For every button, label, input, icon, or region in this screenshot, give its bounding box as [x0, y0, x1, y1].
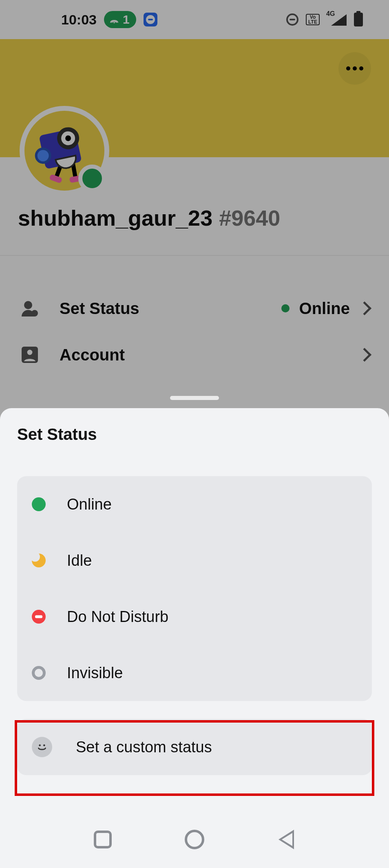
svg-point-6	[39, 744, 41, 746]
status-option-dnd[interactable]: Do Not Disturb	[17, 589, 372, 645]
status-option-label: Online	[67, 496, 112, 513]
status-option-label: Idle	[67, 552, 92, 569]
svg-point-5	[35, 741, 48, 753]
online-icon	[32, 497, 46, 511]
status-option-invisible[interactable]: Invisible	[17, 645, 372, 701]
svg-point-7	[43, 744, 45, 746]
set-status-sheet: Set Status Online Idle Do Not Disturb In…	[0, 408, 389, 868]
nav-back-button[interactable]	[275, 828, 298, 851]
nav-home-button[interactable]	[183, 828, 206, 851]
status-option-label: Do Not Disturb	[67, 608, 168, 626]
circle-icon	[185, 830, 204, 849]
idle-icon	[32, 554, 46, 567]
status-option-online[interactable]: Online	[17, 476, 372, 532]
custom-status-label: Set a custom status	[76, 738, 212, 756]
status-option-idle[interactable]: Idle	[17, 532, 372, 589]
square-icon	[94, 831, 112, 848]
dnd-icon	[32, 610, 46, 624]
invisible-icon	[32, 666, 46, 680]
sheet-title: Set Status	[0, 408, 389, 458]
custom-status-card: Set a custom status	[17, 719, 372, 775]
sheet-drag-handle[interactable]	[170, 396, 219, 400]
smiley-icon	[32, 737, 52, 757]
triangle-back-icon	[278, 830, 294, 849]
status-options-group: Online Idle Do Not Disturb Invisible	[17, 476, 372, 701]
nav-recents-button[interactable]	[91, 828, 114, 851]
status-option-label: Invisible	[67, 664, 123, 682]
set-custom-status-button[interactable]: Set a custom status	[17, 719, 372, 775]
android-nav-bar	[0, 811, 389, 868]
